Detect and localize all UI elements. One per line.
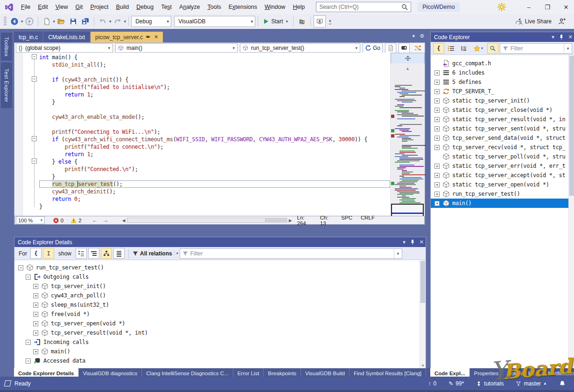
editor-glyph-margin[interactable] bbox=[14, 53, 23, 225]
iot-device-window-icon[interactable] bbox=[314, 15, 326, 28]
menu-build[interactable]: Build bbox=[112, 2, 133, 12]
start-debug-button[interactable]: Start▾ bbox=[260, 16, 291, 27]
expander-icon[interactable]: + bbox=[434, 145, 440, 150]
code-text-area[interactable]: int main() { stdio_init_all(); if (cyw43… bbox=[39, 53, 390, 225]
window-position-chevron-icon[interactable]: ▾ bbox=[552, 34, 554, 40]
code-explorer-header[interactable]: Code Explorer ▾ ✕ bbox=[431, 32, 574, 42]
show-flat-button[interactable] bbox=[113, 248, 125, 259]
tree-item[interactable]: +tcp_server_init() bbox=[14, 282, 426, 291]
minimap-area[interactable]: ▲ ▼ bbox=[391, 63, 425, 225]
tree-item[interactable]: −run_tcp_server_test() bbox=[14, 263, 426, 272]
tree-item[interactable]: +static tcp_server_err(void *, err_t bbox=[431, 161, 574, 171]
for-caret-button[interactable]: I bbox=[43, 248, 54, 259]
fold-marker[interactable]: − bbox=[32, 136, 37, 141]
live-share-button[interactable]: Live Share bbox=[515, 18, 552, 25]
go-button[interactable]: Go bbox=[363, 43, 383, 53]
redo-button[interactable] bbox=[112, 16, 123, 27]
hscroll-thumb[interactable] bbox=[127, 218, 266, 223]
tree-item[interactable]: +sleep_ms(uint32_t) bbox=[14, 300, 426, 309]
scroll-left-icon[interactable]: ◀ bbox=[121, 218, 127, 223]
undo-button[interactable] bbox=[97, 16, 108, 27]
tree-item[interactable]: +main() bbox=[14, 347, 426, 356]
error-count[interactable]: 0 bbox=[53, 218, 63, 223]
show-types-button[interactable]: { bbox=[433, 43, 444, 54]
pin-icon[interactable] bbox=[410, 240, 415, 245]
undo-dropdown[interactable]: ▾ bbox=[109, 19, 112, 24]
minimize-button[interactable]: – bbox=[521, 1, 537, 13]
expander-icon[interactable]: + bbox=[33, 321, 38, 326]
fold-marker[interactable]: − bbox=[32, 158, 37, 164]
horizontal-scrollbar[interactable]: ◀ ▶ bbox=[121, 217, 294, 223]
expander-icon[interactable]: + bbox=[33, 293, 38, 298]
tree-item[interactable]: static tcp_server_poll(void *, stru bbox=[431, 152, 574, 161]
tree-item[interactable]: +run_tcp_server_test() bbox=[431, 189, 574, 199]
close-icon[interactable]: ✕ bbox=[420, 239, 424, 245]
document-tab-CMakeLists.txt[interactable]: CMakeLists.txt bbox=[43, 32, 90, 42]
save-button[interactable] bbox=[68, 16, 79, 27]
tab-options-gear-icon[interactable]: ⚙ bbox=[420, 33, 424, 39]
pin-icon[interactable] bbox=[146, 34, 151, 40]
solution-platform-combo[interactable]: VisualGDB▾ bbox=[174, 16, 255, 27]
expander-icon[interactable]: + bbox=[33, 349, 38, 354]
member-dropdown[interactable]: run_tcp_server_test()▾ bbox=[240, 43, 360, 53]
find-in-files-icon[interactable] bbox=[296, 16, 308, 27]
menu-extensions[interactable]: Extensions bbox=[225, 2, 261, 12]
filter-dropdown-icon[interactable]: ▾ bbox=[394, 249, 402, 258]
tree-item[interactable]: +static tcp_server_sent(void *, stru bbox=[431, 124, 574, 133]
preview-document-button[interactable] bbox=[385, 43, 396, 53]
details-filter-input[interactable]: Filter ▾ bbox=[180, 248, 402, 259]
warning-count[interactable]: 2 bbox=[71, 218, 81, 223]
navigate-back-button[interactable] bbox=[9, 16, 20, 27]
menu-window[interactable]: Window bbox=[261, 2, 289, 12]
tree-item[interactable]: +main() bbox=[431, 199, 574, 208]
editor-split-handle[interactable] bbox=[391, 53, 425, 64]
maximize-button[interactable]: ❐ bbox=[539, 1, 555, 13]
tree-item[interactable]: +static tcp_server_accept(void *, st bbox=[431, 171, 574, 180]
expander-icon[interactable]: + bbox=[434, 164, 440, 169]
references-button[interactable] bbox=[412, 43, 423, 53]
filter-dropdown-icon[interactable]: ▾ bbox=[564, 44, 572, 53]
redo-dropdown[interactable]: ▾ bbox=[124, 19, 126, 24]
new-file-button[interactable] bbox=[41, 16, 52, 27]
tree-item[interactable]: +static tcp_server_init() bbox=[431, 96, 574, 105]
tree-item[interactable]: −Outgoing calls bbox=[14, 272, 426, 282]
expander-icon[interactable]: + bbox=[434, 182, 440, 187]
new-file-dropdown[interactable]: ▾ bbox=[53, 19, 56, 24]
tree-item[interactable]: +cyw43_arch_poll() bbox=[14, 291, 426, 300]
expander-icon[interactable]: − bbox=[26, 340, 31, 345]
pin-icon[interactable] bbox=[559, 34, 564, 40]
background-tasks-icon[interactable] bbox=[4, 380, 12, 386]
toolbar-grip[interactable] bbox=[4, 17, 7, 26]
tree-item[interactable]: +tcp_server_open(void *) bbox=[14, 319, 426, 328]
expander-icon[interactable]: − bbox=[26, 358, 31, 364]
details-scrollbar[interactable]: ▼ bbox=[420, 260, 426, 369]
menu-analyze[interactable]: Analyze bbox=[175, 2, 203, 12]
open-file-button[interactable] bbox=[56, 16, 67, 27]
details-panel-header[interactable]: Code Explorer Details ▾ ✕ bbox=[14, 237, 426, 247]
tree-item[interactable]: +6 includes bbox=[431, 68, 574, 77]
document-tab-picow_tcp_server.c[interactable]: picow_tcp_server.c✕ bbox=[91, 32, 163, 42]
search-input[interactable]: Search (Ctrl+Q) bbox=[316, 2, 411, 12]
scope-dropdown[interactable]: {} (global scope)▾ bbox=[16, 43, 113, 53]
expander-icon[interactable]: + bbox=[434, 108, 440, 113]
repository-indicator[interactable]: tutorials bbox=[476, 380, 504, 387]
feedback-icon[interactable] bbox=[558, 18, 566, 25]
code-explorer-scrollbar[interactable] bbox=[568, 55, 574, 369]
relations-filter-dropdown[interactable]: All relations ▾ bbox=[133, 250, 178, 257]
type-dropdown[interactable]: main()▾ bbox=[115, 43, 238, 53]
project-name-badge[interactable]: PicoWDemo bbox=[418, 2, 459, 12]
expander-icon[interactable]: + bbox=[33, 303, 38, 308]
scroll-down-icon[interactable]: ▼ bbox=[420, 364, 426, 368]
scroll-up-icon[interactable]: ▲ bbox=[391, 66, 425, 71]
expander-icon[interactable]: + bbox=[33, 312, 38, 317]
expander-icon[interactable]: + bbox=[434, 89, 440, 94]
menu-view[interactable]: View bbox=[52, 2, 72, 12]
menu-tools[interactable]: Tools bbox=[204, 2, 225, 12]
scroll-right-icon[interactable]: ▶ bbox=[287, 218, 294, 223]
sidebar-tab-test-explorer[interactable]: Test Explorer bbox=[1, 62, 12, 108]
expander-icon[interactable]: + bbox=[434, 201, 440, 206]
expander-icon[interactable]: + bbox=[434, 80, 440, 85]
expander-icon[interactable]: + bbox=[434, 192, 440, 197]
tree-item[interactable]: +free(void *) bbox=[14, 309, 426, 319]
tree-item[interactable]: +5 defines bbox=[431, 77, 574, 87]
